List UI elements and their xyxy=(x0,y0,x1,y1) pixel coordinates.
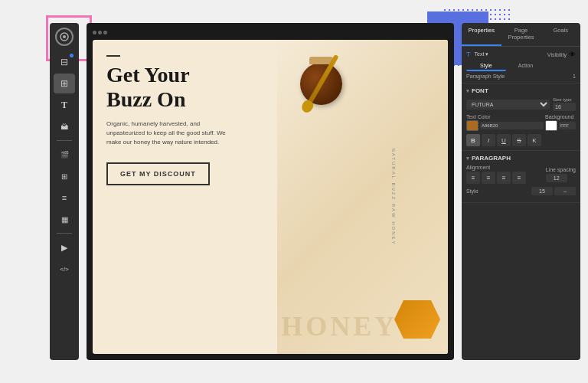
list-icon: ≡ xyxy=(62,193,67,202)
preview-heading: Get Your Buzz On xyxy=(106,63,263,112)
preview-image-right: NATURAL BUZZ RAW HONEY HONEY xyxy=(277,40,448,354)
align-left-button[interactable]: ≡ xyxy=(466,172,480,184)
layers-toolbar-item[interactable]: ⊟ xyxy=(54,52,75,72)
bg-color-label: Background xyxy=(545,114,576,119)
vertical-label: NATURAL BUZZ RAW HONEY xyxy=(390,148,395,245)
bg-color-value[interactable]: FFF xyxy=(559,122,576,129)
font-heading-label: FONT xyxy=(472,87,488,94)
align-right-button[interactable]: ≡ xyxy=(497,172,511,184)
canvas-area: Get Your Buzz On Organic, humanely harve… xyxy=(87,23,454,360)
alignment-label: Alignment xyxy=(466,165,526,170)
style-number-label: Style xyxy=(466,188,479,194)
font-style-buttons: B I U S K xyxy=(466,134,576,146)
tab-properties[interactable]: Properties xyxy=(462,23,501,46)
font-section: ▾ FONT FUTURA Size type Text Color A86B2… xyxy=(462,83,580,151)
text-color-value[interactable]: A86B20 xyxy=(480,122,544,129)
chevron-font-icon[interactable]: ▾ xyxy=(466,88,469,94)
element-type-selector: T Text ▾ xyxy=(466,51,547,58)
image-toolbar-item[interactable]: 🏔 xyxy=(54,116,75,136)
get-discount-button[interactable]: GET MY DISCOUNT xyxy=(106,162,210,185)
bg-color-container: Background FFF xyxy=(545,114,576,131)
tab-page-properties[interactable]: Page Properties xyxy=(501,23,541,46)
font-family-row: FUTURA Size type xyxy=(466,97,576,111)
chevron-paragraph-icon[interactable]: ▾ xyxy=(466,155,469,162)
dot-2 xyxy=(98,31,102,34)
text-icon: T xyxy=(61,100,67,111)
line-spacing-input[interactable] xyxy=(546,174,567,182)
toolbar-divider-2 xyxy=(57,233,72,234)
paragraph-heading: ▾ PARAGRAPH xyxy=(466,155,576,162)
main-container: ⊟ ⊞ T 🏔 🎬 ⊞ ≡ ▦ ▶ </> xyxy=(50,23,580,360)
text-toolbar-item[interactable]: T xyxy=(54,95,75,115)
preview-body-text: Organic, humanely harvested, and unpaste… xyxy=(106,119,237,147)
text-color-container: Text Color A86B20 xyxy=(466,114,544,131)
component-icon: ⊞ xyxy=(60,78,68,89)
toolbar-divider xyxy=(57,140,72,141)
dot-3 xyxy=(103,31,107,34)
media-toolbar-item[interactable]: 🎬 xyxy=(54,145,75,165)
font-size-input[interactable] xyxy=(553,103,576,111)
visibility-control: Visibility 👁 xyxy=(547,51,576,58)
component-toolbar-item[interactable]: ⊞ xyxy=(54,74,75,93)
table-toolbar-item[interactable]: ⊞ xyxy=(54,166,75,186)
bold-button[interactable]: B xyxy=(466,134,480,146)
style-action-row: Style Action xyxy=(466,61,576,71)
paragraph-style-label: Paragraph Style xyxy=(466,74,505,79)
text-color-swatch[interactable] xyxy=(466,120,479,131)
heading-line1: Get Your xyxy=(106,63,190,87)
text-color-row: A86B20 xyxy=(466,120,544,131)
style-number-inputs xyxy=(531,187,576,195)
honeycomb-image xyxy=(394,300,440,339)
align-justify-button[interactable]: ≡ xyxy=(512,172,526,184)
element-type-label[interactable]: Text ▾ xyxy=(475,51,489,57)
line-spacing-container: Line spacing xyxy=(546,167,576,182)
font-heading: ▾ FONT xyxy=(466,87,576,94)
align-buttons-group: ≡ ≡ ≡ ≡ xyxy=(466,172,526,184)
layout-icon: ▦ xyxy=(61,215,68,224)
media-icon: 🎬 xyxy=(60,151,69,159)
font-family-select[interactable]: FUTURA xyxy=(466,100,550,110)
style-extra-input[interactable] xyxy=(554,187,576,195)
play-toolbar-item[interactable]: ▶ xyxy=(54,237,75,257)
honey-image-bg xyxy=(277,40,448,354)
heading-line2: Buzz On xyxy=(106,87,185,111)
panel-tabs: Properties Page Properties Goals xyxy=(462,23,580,47)
window-dots xyxy=(93,29,108,35)
size-type-label: Size type xyxy=(553,97,576,102)
italic-button[interactable]: I xyxy=(482,134,495,146)
toolbar-logo[interactable] xyxy=(55,28,74,46)
preview-dash xyxy=(106,55,120,57)
line-spacing-label: Line spacing xyxy=(546,167,576,172)
underline-button[interactable]: U xyxy=(497,134,511,146)
action-tab[interactable]: Action xyxy=(506,61,546,71)
tab-goals[interactable]: Goals xyxy=(541,23,580,46)
font-color-row: Text Color A86B20 Background FFF xyxy=(466,114,576,131)
paragraph-section: ▾ PARAGRAPH Alignment ≡ ≡ ≡ ≡ Line spaci… xyxy=(462,151,580,203)
element-selector-section: T Text ▾ Visibility 👁 Style Action Parag… xyxy=(462,47,580,83)
code-icon: </> xyxy=(60,266,69,273)
kern-button[interactable]: K xyxy=(528,134,541,146)
website-preview: Get Your Buzz On Organic, humanely harve… xyxy=(93,40,448,354)
paragraph-style-number: 1 xyxy=(573,74,576,79)
list-toolbar-item[interactable]: ≡ xyxy=(54,188,75,208)
left-toolbar: ⊟ ⊞ T 🏔 🎬 ⊞ ≡ ▦ ▶ </> xyxy=(50,23,79,360)
layers-icon: ⊟ xyxy=(60,57,68,67)
eye-icon[interactable]: 👁 xyxy=(569,51,576,58)
dot-1 xyxy=(93,31,96,34)
code-toolbar-item[interactable]: </> xyxy=(54,259,75,279)
text-color-label: Text Color xyxy=(466,114,544,119)
honey-watermark: HONEY xyxy=(281,310,397,342)
paragraph-style-row: Paragraph Style 1 xyxy=(466,74,576,79)
right-panel: Properties Page Properties Goals T Text … xyxy=(462,23,580,360)
canvas-tabs xyxy=(93,29,448,35)
align-center-button[interactable]: ≡ xyxy=(482,172,495,184)
style-number-row: Style xyxy=(466,187,576,195)
play-icon: ▶ xyxy=(61,243,67,253)
layout-toolbar-item[interactable]: ▦ xyxy=(54,209,75,229)
strikethrough-button[interactable]: S xyxy=(512,134,526,146)
svg-point-1 xyxy=(63,35,66,38)
style-value-input[interactable] xyxy=(531,187,553,195)
bg-color-row: FFF xyxy=(545,120,576,131)
style-tab[interactable]: Style xyxy=(466,61,506,71)
bg-color-swatch[interactable] xyxy=(545,120,557,131)
